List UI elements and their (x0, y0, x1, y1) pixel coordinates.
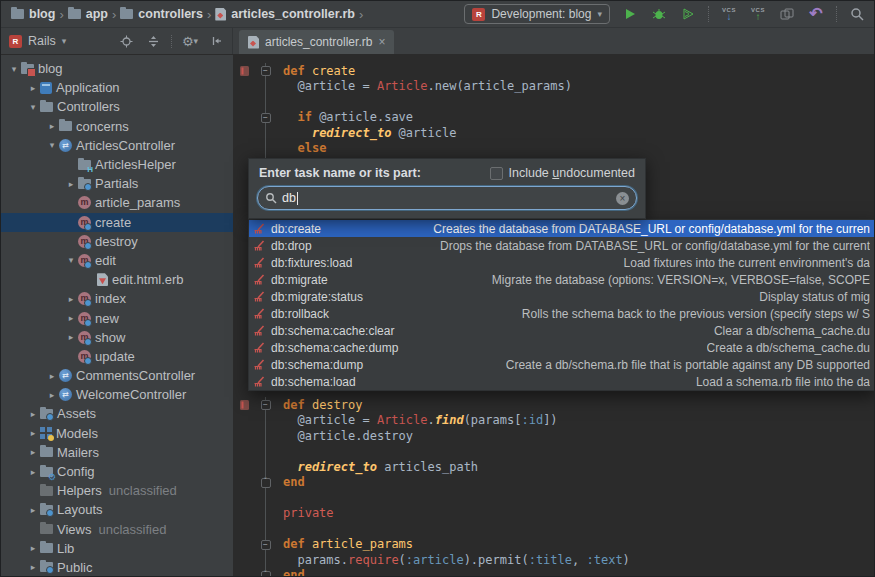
tab-articles-controller[interactable]: articles_controller.rb × (239, 30, 394, 54)
tree-item-Config[interactable]: ▸Config (1, 462, 233, 481)
tree-item-Partials[interactable]: ▸Partials (1, 174, 233, 193)
expand-arrow-open-icon[interactable]: ▾ (7, 64, 21, 74)
checkbox-unchecked[interactable] (490, 167, 503, 180)
folder-dot-icon (40, 409, 53, 419)
debug-button[interactable] (650, 5, 668, 23)
rollback-button[interactable]: ↶ (807, 5, 825, 23)
task-row-db:migrate[interactable]: db:migrateMigrate the database (options:… (249, 271, 875, 288)
editor-gutter (233, 552, 283, 568)
tree-item-Models[interactable]: ▸Models (1, 424, 233, 443)
breadcrumb-item-blog[interactable]: blog (11, 7, 55, 21)
tree-item-Controllers[interactable]: ▾Controllers (1, 97, 233, 116)
run-button[interactable] (621, 5, 639, 23)
clear-search-icon[interactable]: × (616, 192, 629, 205)
tree-item-Public[interactable]: ▸Public (1, 558, 233, 576)
tree-item-new[interactable]: ▸mnew (1, 308, 233, 327)
tree-item-WelcomeController[interactable]: ▸⇄WelcomeController (1, 385, 233, 404)
tree-item-CommentsController[interactable]: ▸⇄CommentsController (1, 366, 233, 385)
expand-arrow-closed-icon[interactable]: ▸ (26, 467, 40, 477)
expand-arrow-open-icon[interactable]: ▾ (64, 255, 78, 265)
expand-arrow-open-icon[interactable]: ▾ (45, 140, 59, 150)
breadcrumb-item-app[interactable]: app (68, 7, 108, 21)
code-line: −def create (233, 63, 874, 79)
fold-end-icon[interactable]: ˇ (261, 478, 271, 488)
fold-collapse-icon[interactable]: − (261, 113, 271, 123)
hide-panel-icon[interactable] (208, 32, 226, 50)
rake-icon (253, 257, 265, 269)
breadcrumb-item-controllers[interactable]: controllers (120, 7, 203, 21)
tree-item-edit[interactable]: ▾medit (1, 251, 233, 270)
project-view-selector[interactable]: Rails (28, 34, 56, 48)
expand-arrow-closed-icon[interactable]: ▸ (26, 505, 40, 515)
task-row-db:schema:load[interactable]: db:schema:loadLoad a schema.rb file into… (249, 373, 875, 390)
tree-item-show[interactable]: ▸mshow (1, 328, 233, 347)
tree-item-ArticlesHelper[interactable]: ArticlesHelper (1, 155, 233, 174)
task-description: Migrate the database (options: VERSION=x… (492, 273, 870, 287)
task-row-db:rollback[interactable]: db:rollbackRolls the schema back to the … (249, 305, 875, 322)
task-row-db:fixtures:load[interactable]: db:fixtures:loadLoad fixtures into the c… (249, 254, 875, 271)
tree-item-blog[interactable]: ▾blog (1, 59, 233, 78)
expand-arrow-closed-icon[interactable]: ▸ (64, 313, 78, 323)
tree-item-Lib[interactable]: ▸Lib (1, 539, 233, 558)
fold-collapse-icon[interactable]: − (261, 540, 271, 550)
tree-item-index[interactable]: ▸mindex (1, 289, 233, 308)
expand-arrow-closed-icon[interactable]: ▸ (26, 447, 40, 457)
task-search-input[interactable]: db × (257, 186, 637, 210)
ruby-file-icon (248, 36, 259, 49)
task-row-db:migrate:status[interactable]: db:migrate:statusDisplay status of mig (249, 288, 875, 305)
tree-item-destroy[interactable]: mdestroy (1, 232, 233, 251)
tree-item-Views[interactable]: Viewsunclassified (1, 520, 233, 539)
run-configuration-selector[interactable]: R Development: blog ▾ (464, 4, 610, 24)
search-everywhere-button[interactable] (848, 5, 866, 23)
expand-arrow-closed-icon[interactable]: ▸ (26, 409, 40, 419)
tree-item-update[interactable]: mupdate (1, 347, 233, 366)
expand-arrow-closed-icon[interactable]: ▸ (45, 390, 59, 400)
expand-arrow-closed-icon[interactable]: ▸ (26, 543, 40, 553)
collapse-all-icon[interactable] (144, 32, 162, 50)
expand-arrow-closed-icon[interactable]: ▸ (26, 83, 40, 93)
fold-end-icon[interactable]: ˇ (261, 571, 271, 577)
tree-item-ArticlesController[interactable]: ▾⇄ArticlesController (1, 136, 233, 155)
fold-collapse-icon[interactable]: − (261, 400, 271, 410)
task-row-db:schema:dump[interactable]: db:schema:dumpCreate a db/schema.rb file… (249, 356, 875, 373)
method-dot-icon: m (78, 216, 91, 229)
task-row-db:schema:cache:dump[interactable]: db:schema:cache:dumpCreate a db/schema_c… (249, 339, 875, 356)
include-undocumented-checkbox-group[interactable]: Include undocumented (490, 166, 636, 180)
task-row-db:drop[interactable]: db:dropDrops the database from DATABASE_… (249, 237, 875, 254)
fold-collapse-icon[interactable]: − (261, 66, 271, 76)
code-line: redirect_to articles_path (233, 459, 874, 475)
settings-gear-icon[interactable]: ⚙▾ (181, 32, 199, 50)
tree-item-Helpers[interactable]: Helpersunclassified (1, 481, 233, 500)
expand-arrow-closed-icon[interactable]: ▸ (26, 562, 40, 572)
tree-item-create[interactable]: mcreate (1, 213, 233, 232)
expand-arrow-closed-icon[interactable]: ▸ (64, 179, 78, 189)
close-icon[interactable]: × (378, 35, 385, 49)
vcs-commit-button[interactable]: VCS↑ (749, 5, 767, 23)
expand-arrow-closed-icon[interactable]: ▸ (45, 121, 59, 131)
expand-arrow-open-icon[interactable]: ▾ (26, 102, 40, 112)
task-row-db:create[interactable]: db:createCreates the database from DATAB… (249, 220, 875, 237)
tree-item-edit.html.erb[interactable]: edit.html.erb (1, 270, 233, 289)
tree-item-label: concerns (76, 119, 129, 134)
tree-item-article_params[interactable]: marticle_params (1, 193, 233, 212)
tree-item-Assets[interactable]: ▸Assets (1, 404, 233, 423)
expand-arrow-closed-icon[interactable]: ▸ (64, 332, 78, 342)
tree-item-label: Views (57, 522, 91, 537)
tree-item-concerns[interactable]: ▸concerns (1, 117, 233, 136)
ide-window: blog›app›controllers›articles_controller… (0, 0, 875, 577)
vcs-update-button[interactable]: VCS↓ (720, 5, 738, 23)
diff-button[interactable] (778, 5, 796, 23)
tree-item-Layouts[interactable]: ▸Layouts (1, 500, 233, 519)
breadcrumb-separator: › (112, 7, 116, 22)
breadcrumb-item-articles_controller.rb[interactable]: articles_controller.rb (215, 7, 355, 21)
project-panel-tools: ⚙▾ (117, 32, 226, 50)
task-row-db:schema:cache:clear[interactable]: db:schema:cache:clearClear a db/schema_c… (249, 322, 875, 339)
scroll-from-source-icon[interactable] (117, 32, 135, 50)
tree-item-Application[interactable]: ▸Application (1, 78, 233, 97)
expand-arrow-closed-icon[interactable]: ▸ (45, 371, 59, 381)
editor-gutter: − (233, 110, 283, 126)
tree-item-Mailers[interactable]: ▸Mailers (1, 443, 233, 462)
expand-arrow-closed-icon[interactable]: ▸ (64, 294, 78, 304)
expand-arrow-closed-icon[interactable]: ▸ (26, 428, 40, 438)
run-with-coverage-button[interactable] (679, 5, 697, 23)
